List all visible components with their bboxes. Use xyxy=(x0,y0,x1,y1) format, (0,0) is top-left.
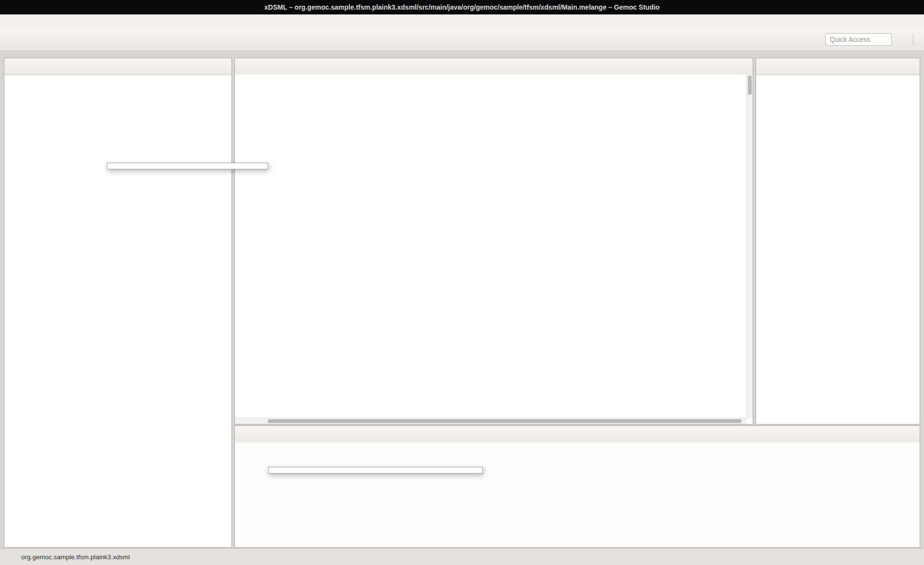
project-explorer-panel xyxy=(4,58,232,548)
toolbar-right xyxy=(825,33,919,46)
status-bar: org.gemoc.sample.tfsm.plaink3.xdsml xyxy=(0,548,924,565)
bottom-view-tabs xyxy=(235,426,920,443)
status-project-icon xyxy=(6,553,14,561)
main-toolbar xyxy=(0,28,924,51)
editor-vertical-scrollbar[interactable] xyxy=(746,75,753,418)
gemoc-language-submenu xyxy=(268,467,483,474)
editor-panel xyxy=(234,58,753,424)
project-explorer-tabs xyxy=(4,58,231,75)
status-text: org.gemoc.sample.tfsm.plaink3.xdsml xyxy=(21,553,130,561)
open-perspective-button[interactable] xyxy=(898,35,907,44)
toolbar-separator xyxy=(913,34,913,45)
horizontal-scroll-thumb[interactable] xyxy=(268,419,742,423)
vertical-scroll-thumb[interactable] xyxy=(748,76,752,95)
outline-tree xyxy=(756,75,920,77)
quick-access-input[interactable] xyxy=(825,33,892,46)
window-title: xDSML – org.gemoc.sample.tfsm.plaink3.xd… xyxy=(264,3,659,11)
outline-tabs xyxy=(756,58,920,75)
editor-horizontal-scrollbar[interactable] xyxy=(235,418,746,424)
bottom-views-panel xyxy=(234,425,920,548)
javadoc-view-content xyxy=(235,442,920,547)
gemoc-studio-window: xDSML – org.gemoc.sample.tfsm.plaink3.xd… xyxy=(0,0,924,565)
menu-bar xyxy=(0,14,924,28)
project-context-menu xyxy=(107,163,268,169)
project-explorer-tree xyxy=(4,75,231,77)
outline-panel xyxy=(756,58,920,424)
editor-tabs xyxy=(235,58,753,75)
title-bar: xDSML – org.gemoc.sample.tfsm.plaink3.xd… xyxy=(0,0,924,14)
code-editor[interactable] xyxy=(235,75,746,418)
